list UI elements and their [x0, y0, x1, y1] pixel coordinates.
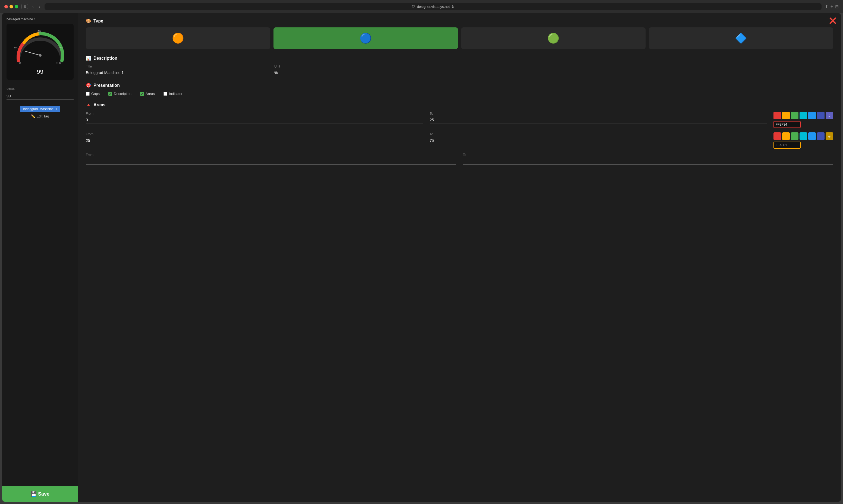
- area1-hex-input[interactable]: [773, 121, 801, 128]
- area2-swatch-cyan[interactable]: [799, 132, 807, 140]
- edit-tag-button[interactable]: ✏️ Edit Tag: [31, 114, 49, 118]
- sidebar-toggle-button[interactable]: ⊞: [21, 4, 28, 9]
- gaps-label: Gaps: [91, 92, 100, 96]
- back-button[interactable]: ‹: [31, 4, 35, 9]
- areas-checkbox-item[interactable]: Areas: [140, 92, 155, 96]
- area1-swatches: #: [773, 112, 833, 119]
- unit-label: Unit: [274, 65, 456, 68]
- area2-swatch-indigo[interactable]: [817, 132, 825, 140]
- area3-from-field: From: [86, 153, 456, 165]
- gauge-title: besieged machine 1: [6, 17, 74, 21]
- close-icon: ❌: [829, 17, 837, 24]
- area2-hex-input[interactable]: [773, 142, 801, 149]
- area1-to-field: To: [430, 112, 767, 123]
- presentation-icon: 🎯: [86, 83, 91, 88]
- description-form-row: Title Unit: [86, 65, 833, 76]
- area1-to-label: To: [430, 112, 767, 115]
- area1-from-input[interactable]: [86, 116, 423, 123]
- area2-to-label: To: [430, 132, 767, 136]
- description-title: 📊 Description: [86, 56, 833, 61]
- area2-from-label: From: [86, 132, 423, 136]
- area3-from-label: From: [86, 153, 456, 157]
- area2-swatch-red[interactable]: [773, 132, 781, 140]
- type-icon: 🎨: [86, 18, 91, 23]
- area1-swatch-red[interactable]: [773, 112, 781, 119]
- area2-swatches: #: [773, 132, 833, 140]
- spacer1: [463, 65, 645, 76]
- areas-label: Areas: [145, 92, 155, 96]
- close-traffic-light[interactable]: [4, 5, 8, 8]
- area2-to-input[interactable]: [430, 137, 767, 144]
- unit-field: Unit: [274, 65, 456, 76]
- type-section-title: 🎨 Type: [86, 18, 833, 23]
- areas-icon: 🔺: [86, 102, 91, 107]
- svg-text:100: 100: [56, 61, 61, 65]
- type-card-indicator2[interactable]: 🔷: [649, 28, 833, 49]
- share-icon[interactable]: ⬆: [825, 4, 828, 9]
- area3-to-field: To: [463, 153, 833, 165]
- address-bar[interactable]: 🛡 designer.visualys.net ↻: [45, 3, 821, 10]
- area1-swatch-blue[interactable]: [808, 112, 816, 119]
- title-field: Title: [86, 65, 268, 76]
- tag-badge: Beleggrad_Maschine_1: [20, 106, 60, 112]
- minimize-traffic-light[interactable]: [10, 5, 13, 8]
- areas-checkbox[interactable]: [140, 92, 144, 96]
- description-checkbox[interactable]: [108, 92, 112, 96]
- save-button[interactable]: 💾 Save: [2, 486, 78, 502]
- grid-icon[interactable]: ⊞: [835, 4, 839, 9]
- area2-swatch-green[interactable]: [791, 132, 798, 140]
- area2-swatch-orange[interactable]: [782, 132, 790, 140]
- left-panel: besieged machine 1 0 25: [2, 13, 78, 502]
- description-label: Description: [114, 92, 132, 96]
- svg-text:0: 0: [19, 61, 21, 65]
- area1-color-picker: #: [773, 112, 833, 128]
- main-content: besieged machine 1 0 25: [2, 13, 841, 502]
- indicator-checkbox[interactable]: [164, 92, 167, 96]
- fullscreen-traffic-light[interactable]: [15, 5, 18, 8]
- area1-swatch-hash[interactable]: #: [826, 112, 833, 119]
- area1-swatch-cyan[interactable]: [799, 112, 807, 119]
- description-checkbox-item[interactable]: Description: [108, 92, 132, 96]
- type-card-speedometer2[interactable]: 🔵: [274, 28, 458, 49]
- svg-line-0: [25, 51, 40, 55]
- traffic-lights: [4, 5, 18, 8]
- area2-from-input[interactable]: [86, 137, 423, 144]
- area3-from-input[interactable]: [86, 158, 456, 165]
- forward-button[interactable]: ›: [38, 4, 41, 9]
- area1-to-input[interactable]: [430, 116, 767, 123]
- area3-to-input[interactable]: [463, 158, 833, 165]
- gaps-checkbox-item[interactable]: Gaps: [86, 92, 100, 96]
- value-label: Value: [6, 87, 74, 91]
- presentation-title: 🎯 Presentation: [86, 83, 833, 88]
- gauge-display-value: 99: [37, 68, 43, 75]
- tag-section: Beleggrad_Maschine_1 ✏️ Edit Tag: [2, 103, 78, 122]
- area2-swatch-blue[interactable]: [808, 132, 816, 140]
- areas-title: 🔺 Areas: [86, 102, 833, 107]
- presentation-section: 🎯 Presentation Gaps Description Areas: [86, 83, 833, 96]
- title-input[interactable]: [86, 69, 268, 76]
- area2-color-picker: #: [773, 132, 833, 149]
- area1-swatch-orange[interactable]: [782, 112, 790, 119]
- area1-swatch-green[interactable]: [791, 112, 798, 119]
- close-button[interactable]: ❌: [829, 17, 837, 24]
- area2-swatch-hash[interactable]: #: [826, 132, 833, 140]
- type-card-indicator1[interactable]: 🟢: [461, 28, 646, 49]
- shield-icon: 🛡: [412, 5, 415, 9]
- area2-to-field: To: [430, 132, 767, 144]
- svg-text:75: 75: [59, 47, 63, 50]
- area3-to-label: To: [463, 153, 833, 157]
- new-tab-icon[interactable]: +: [830, 4, 833, 9]
- type-card-speedometer1[interactable]: 🟠: [86, 28, 270, 49]
- area-row-2: From To #: [86, 132, 833, 149]
- gauge-svg: 0 25 50 75 100: [13, 28, 67, 66]
- unit-input[interactable]: [274, 69, 456, 76]
- area-row-1: From To #: [86, 112, 833, 128]
- url-text: designer.visualys.net: [417, 5, 450, 9]
- value-input[interactable]: [6, 93, 74, 100]
- indicator-checkbox-item[interactable]: Indicator: [164, 92, 183, 96]
- svg-text:25: 25: [14, 47, 17, 50]
- indicator-label: Indicator: [169, 92, 183, 96]
- area1-swatch-indigo[interactable]: [817, 112, 825, 119]
- gaps-checkbox[interactable]: [86, 92, 90, 96]
- browser-actions: ⬆ + ⊞: [825, 4, 839, 9]
